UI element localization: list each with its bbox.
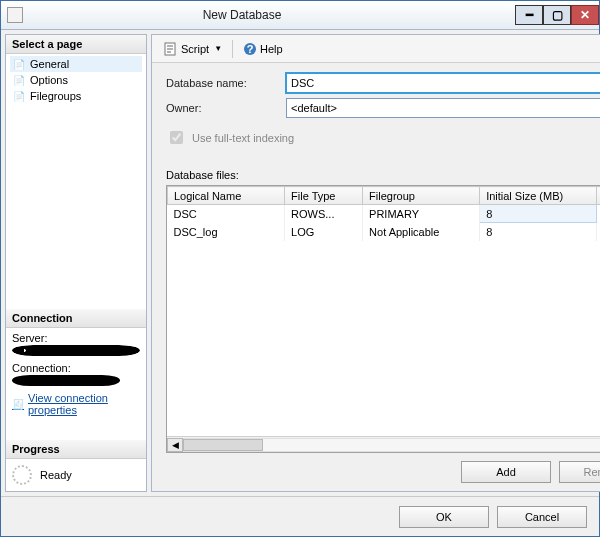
help-icon: ? [243, 42, 257, 56]
sidebar: Select a page 📄 General 📄 Options 📄 File… [5, 34, 147, 492]
cell-filetype[interactable]: LOG [285, 223, 363, 241]
page-icon: 📄 [12, 89, 26, 103]
progress-heading: Progress [6, 440, 146, 459]
dropdown-arrow-icon: ▼ [214, 44, 222, 53]
dbname-label: Database name: [166, 77, 286, 89]
properties-icon: 🧾 [12, 397, 24, 411]
script-icon [164, 42, 178, 56]
owner-input[interactable] [286, 98, 600, 118]
cell-size[interactable]: 8 [480, 223, 597, 241]
col-filegroup[interactable]: Filegroup [363, 187, 480, 205]
progress-spinner-icon [12, 465, 32, 485]
cancel-button[interactable]: Cancel [497, 506, 587, 528]
files-grid[interactable]: Logical Name File Type Filegroup Initial… [166, 185, 600, 453]
close-button[interactable]: ✕ [571, 5, 599, 25]
help-button[interactable]: ? Help [239, 40, 287, 58]
main-panel: Script ▼ ? Help Database name: Owner: [151, 34, 600, 492]
sidebar-item-general[interactable]: 📄 General [10, 56, 142, 72]
title-bar: New Database ━ ▢ ✕ [1, 1, 599, 30]
progress-status: Ready [40, 469, 72, 481]
script-button[interactable]: Script ▼ [160, 40, 226, 58]
table-row[interactable]: DSC ROWS... PRIMARY 8 By 64 MB, Unlimite… [168, 205, 601, 223]
cell-logical[interactable]: DSC [168, 205, 285, 223]
maximize-button[interactable]: ▢ [543, 5, 571, 25]
cell-size[interactable]: 8 [480, 205, 597, 223]
col-file-type[interactable]: File Type [285, 187, 363, 205]
remove-button: Remove [559, 461, 600, 483]
server-value-redacted [12, 345, 140, 356]
ok-button[interactable]: OK [399, 506, 489, 528]
page-icon: 📄 [12, 73, 26, 87]
connection-value-redacted [12, 375, 120, 386]
sidebar-item-label: Filegroups [30, 90, 81, 102]
sidebar-item-label: General [30, 58, 69, 70]
scroll-track[interactable] [183, 438, 600, 452]
sidebar-item-options[interactable]: 📄 Options [10, 72, 142, 88]
horizontal-scrollbar[interactable]: ◀ ▶ [167, 436, 600, 452]
fulltext-label: Use full-text indexing [192, 132, 294, 144]
table-row[interactable]: DSC_log LOG Not Applicable 8 By 64 MB, U… [168, 223, 601, 241]
col-logical-name[interactable]: Logical Name [168, 187, 285, 205]
minimize-button[interactable]: ━ [515, 5, 543, 25]
view-connection-link[interactable]: 🧾 View connection properties [12, 392, 140, 416]
cell-logical[interactable]: DSC_log [168, 223, 285, 241]
fulltext-checkbox: Use full-text indexing [166, 128, 600, 147]
svg-text:?: ? [247, 43, 254, 55]
database-files-label: Database files: [166, 169, 600, 181]
dialog-buttons: OK Cancel [1, 496, 599, 536]
cell-filegroup[interactable]: Not Applicable [363, 223, 480, 241]
script-label: Script [181, 43, 209, 55]
cell-filetype[interactable]: ROWS... [285, 205, 363, 223]
toolbar: Script ▼ ? Help [152, 35, 600, 63]
connection-label: Connection: [12, 362, 140, 374]
grid-header-row: Logical Name File Type Filegroup Initial… [168, 187, 601, 205]
owner-label: Owner: [166, 102, 286, 114]
server-label: Server: [12, 332, 140, 344]
page-icon: 📄 [12, 57, 26, 71]
dbname-input[interactable] [286, 73, 600, 93]
help-label: Help [260, 43, 283, 55]
col-initial-size[interactable]: Initial Size (MB) [480, 187, 597, 205]
sidebar-item-filegroups[interactable]: 📄 Filegroups [10, 88, 142, 104]
window: New Database ━ ▢ ✕ Select a page 📄 Gener… [0, 0, 600, 537]
fulltext-checkbox-input [170, 131, 183, 144]
window-title: New Database [0, 8, 515, 22]
scroll-thumb[interactable] [183, 439, 263, 451]
scroll-left-button[interactable]: ◀ [167, 438, 183, 452]
add-button[interactable]: Add [461, 461, 551, 483]
select-page-heading: Select a page [6, 35, 146, 54]
sidebar-item-label: Options [30, 74, 68, 86]
connection-heading: Connection [6, 309, 146, 328]
view-connection-label: View connection properties [28, 392, 140, 416]
cell-filegroup[interactable]: PRIMARY [363, 205, 480, 223]
